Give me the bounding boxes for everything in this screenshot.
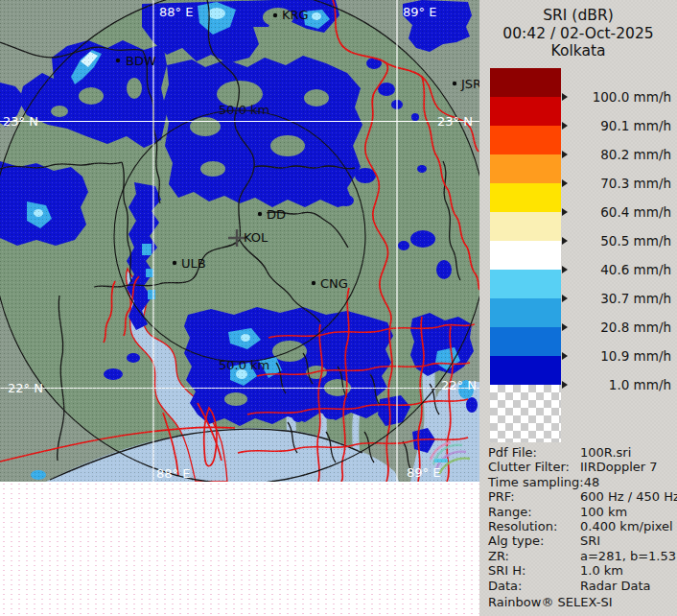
dither-overlay [0,0,479,482]
legend-band [490,68,561,97]
legend-value: 20.8 mm/h [572,320,671,335]
city-label-bdw: BDW [126,54,156,68]
city-label-jsr: JSR [460,77,479,91]
legend-entry: 70.3 mm/h [562,175,671,191]
city-label-dd: DD [267,207,286,222]
legend-value: 100.0 mm/h [572,89,671,105]
range-ring-label-top: 50.0 km [219,103,269,117]
info-value: 48 [584,475,600,489]
info-label: Range: [488,505,580,519]
info-label: Pdf File: [488,445,580,460]
radar-map: 88° E 89° E 23° N 23° N 22° N 22° N 88° … [0,0,479,482]
city-label-ulb: ULB [181,256,206,271]
city-label-kol: KOL [244,230,268,245]
info-value: 600 Hz / 450 Hz [580,489,677,504]
city-marker-jsr [453,82,456,85]
tick-arrow-icon [562,151,568,158]
info-label: ZR: [488,549,580,563]
bottom-blank-strip [0,482,479,616]
info-row: Pdf File:100R.sri [488,445,675,460]
tick-arrow-icon [562,295,568,302]
lon-label-bottom-left: 88° E [156,466,190,481]
legend-value: 1.0 mm/h [572,377,671,392]
software-brand: Rainbow® SELEX-SI [488,595,675,609]
product-info: Pdf File:100R.sri Clutter Filter:IIRDopp… [488,445,675,609]
lat-label-low-left: 22° N [8,381,43,395]
legend-band [490,241,561,270]
info-row: Clutter Filter:IIRDoppler 7 [488,460,675,474]
lat-label-mid-right: 23° N [437,114,473,129]
legend-value: 70.3 mm/h [572,176,671,191]
info-row: PRF:600 Hz / 450 Hz [488,489,675,504]
legend-value: 60.4 mm/h [572,204,671,220]
lon-label-top-left: 88° E [159,5,193,19]
legend-band [490,212,561,241]
legend-value: 30.7 mm/h [572,291,671,306]
lat-label-mid-left: 23° N [3,114,38,129]
legend-entry: 80.2 mm/h [562,146,671,162]
product-title: SRI (dBR) [479,7,677,25]
legend-band [490,270,561,298]
legend-band [490,183,561,212]
info-value: 100R.sri [580,445,631,460]
info-value: 1.0 km [580,563,623,578]
legend-entry: 10.9 mm/h [562,347,671,364]
legend-entry: 40.6 mm/h [562,261,671,277]
info-value: a=281, b=1.53 [580,549,676,563]
info-label: Alg type: [488,533,580,548]
info-label: PRF: [488,489,580,504]
lat-label-low-right: 22° N [441,378,477,392]
legend-entry: 1.0 mm/h [562,376,671,392]
city-label-krg: KRG [282,8,309,22]
info-row: ZR:a=281, b=1.53 [488,549,675,563]
lon-label-bottom-right: 89° E [407,465,440,480]
radar-map-image: 88° E 89° E 23° N 23° N 22° N 22° N 88° … [0,0,479,482]
legend-entry: 90.1 mm/h [562,117,671,133]
timestamp: 00:42 / 02-Oct-2025 [479,25,677,43]
legend-entry: 30.7 mm/h [562,290,671,306]
tick-arrow-icon [562,93,568,101]
legend-band [490,356,561,385]
legend-value: 10.9 mm/h [572,348,671,364]
legend-value: 50.5 mm/h [572,233,671,249]
legend-band [490,126,561,154]
tick-arrow-icon [562,266,568,273]
city-marker-dd [258,212,262,216]
station-name: Kolkata [479,42,677,60]
info-value: 100 km [580,505,627,519]
legend-colorbar [490,68,561,442]
legend-value: 80.2 mm/h [572,147,671,162]
info-value: 0.400 km/pixel [580,519,673,533]
info-value: SRI [580,533,600,548]
legend-entry: 100.0 mm/h [562,88,671,105]
range-ring-label-bottom: 50.0 km [219,358,269,372]
city-marker-krg [273,13,277,17]
city-marker-cng [312,281,315,285]
legend-panel: SRI (dBR) 00:42 / 02-Oct-2025 Kolkata 10… [479,0,677,616]
info-label: SRI H: [488,563,580,578]
info-row: Range:100 km [488,505,675,519]
legend-band [490,298,561,327]
info-row: Alg type:SRI [488,533,675,548]
tick-arrow-icon [562,381,568,389]
info-label: Time sampling: [488,475,584,489]
legend-band [490,327,561,356]
legend-value: 90.1 mm/h [572,118,671,133]
city-label-cng: CNG [320,276,348,291]
tick-arrow-icon [562,352,568,360]
panel-header: SRI (dBR) 00:42 / 02-Oct-2025 Kolkata [479,0,677,60]
info-label: Resolution: [488,519,580,533]
tick-arrow-icon [562,179,568,187]
city-marker-ulb [173,261,176,265]
legend-band [490,154,561,183]
legend-entry: 60.4 mm/h [562,203,671,220]
info-value: Radar Data [580,579,650,593]
legend-entry: 50.5 mm/h [562,232,671,249]
info-row: Data:Radar Data [488,579,675,593]
legend-entry: 20.8 mm/h [562,319,671,335]
info-label: Data: [488,579,580,593]
info-row: Resolution:0.400 km/pixel [488,519,675,533]
lon-label-top-right: 89° E [403,5,436,19]
tick-arrow-icon [562,237,568,245]
legend-no-data-checker [490,385,561,442]
